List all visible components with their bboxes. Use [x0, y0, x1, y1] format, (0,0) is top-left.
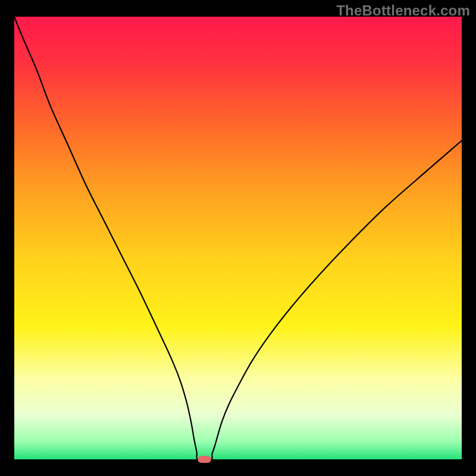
chart-container: TheBottleneck.com	[0, 0, 476, 476]
watermark-text: TheBottleneck.com	[336, 2, 470, 19]
minimum-marker	[198, 456, 211, 463]
bottleneck-chart	[0, 0, 476, 476]
chart-gradient-bg	[14, 17, 462, 459]
